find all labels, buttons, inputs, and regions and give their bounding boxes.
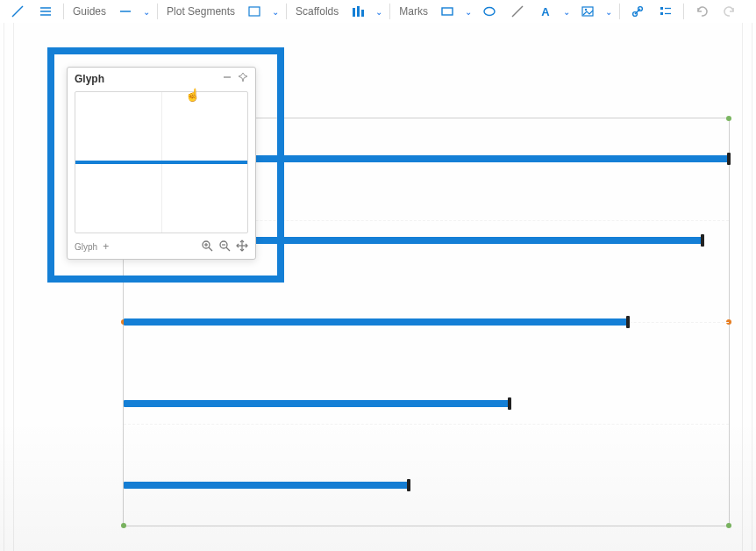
- bar-end-handle[interactable]: [508, 397, 511, 410]
- separator: [157, 4, 158, 19]
- separator: [683, 4, 684, 19]
- svg-rect-8: [361, 10, 364, 17]
- link-icon[interactable]: [624, 1, 652, 22]
- chevron-down-icon[interactable]: ⌄: [560, 7, 574, 17]
- svg-point-10: [484, 8, 495, 16]
- horizontal-guide-icon[interactable]: [111, 1, 139, 22]
- columns-icon[interactable]: [344, 1, 372, 22]
- zoom-out-icon[interactable]: [218, 240, 231, 254]
- grid-guide: [124, 424, 729, 425]
- glyph-editor[interactable]: [75, 91, 248, 233]
- glyph-panel-footer: Glyph +: [68, 237, 255, 259]
- bar-mark[interactable]: [124, 400, 510, 407]
- glyph-panel[interactable]: Glyph Glyph +: [67, 67, 256, 260]
- chevron-down-icon[interactable]: ⌄: [139, 7, 153, 17]
- legend-icon[interactable]: [652, 1, 680, 22]
- bar-end-handle[interactable]: [727, 153, 731, 165]
- undo-icon[interactable]: [688, 1, 716, 22]
- svg-rect-7: [357, 6, 360, 17]
- glyph-tab-label[interactable]: Glyph: [75, 242, 97, 252]
- glyph-panel-header[interactable]: Glyph: [68, 68, 255, 89]
- svg-rect-9: [442, 8, 453, 15]
- line-mark-icon[interactable]: [503, 1, 531, 22]
- rectangle-mark-icon[interactable]: [433, 1, 461, 22]
- grid-guide: [4, 23, 14, 551]
- bar-end-handle[interactable]: [407, 479, 410, 491]
- grid-guide: [742, 23, 752, 551]
- pan-icon[interactable]: [236, 240, 248, 254]
- chevron-down-icon[interactable]: ⌄: [268, 7, 282, 17]
- plot-segments-label: Plot Segments: [161, 5, 240, 18]
- ellipse-mark-icon[interactable]: [475, 1, 503, 22]
- bar-end-handle[interactable]: [701, 234, 704, 247]
- svg-rect-18: [660, 12, 663, 15]
- svg-line-0: [12, 6, 23, 17]
- line-icon[interactable]: [4, 1, 32, 22]
- glyph-panel-title: Glyph: [75, 73, 104, 85]
- svg-point-13: [585, 9, 587, 11]
- add-icon[interactable]: +: [103, 240, 109, 253]
- text-mark-icon[interactable]: A: [531, 1, 560, 22]
- guides-label: Guides: [68, 5, 111, 18]
- chevron-down-icon[interactable]: ⌄: [372, 7, 386, 17]
- svg-line-26: [226, 247, 230, 251]
- redo-icon[interactable]: [716, 1, 744, 22]
- svg-line-11: [512, 6, 523, 17]
- chevron-down-icon[interactable]: ⌄: [461, 7, 475, 17]
- region-icon[interactable]: [240, 1, 268, 22]
- list-icon[interactable]: [32, 1, 60, 22]
- resize-handle[interactable]: [726, 116, 731, 121]
- scaffolds-label: Scaffolds: [290, 5, 344, 18]
- svg-rect-5: [249, 7, 260, 16]
- chart-canvas[interactable]: Glyph Glyph +: [0, 23, 756, 551]
- resize-handle[interactable]: [726, 523, 731, 528]
- svg-rect-16: [660, 7, 663, 10]
- chevron-down-icon[interactable]: ⌄: [602, 7, 616, 17]
- bar-mark[interactable]: [124, 318, 628, 326]
- svg-rect-6: [353, 8, 355, 17]
- separator: [389, 4, 390, 19]
- separator: [619, 4, 620, 19]
- marks-label: Marks: [394, 5, 433, 18]
- svg-line-22: [209, 247, 212, 251]
- bar-mark[interactable]: [124, 482, 409, 489]
- main-toolbar: Guides ⌄ Plot Segments ⌄ Scaffolds ⌄ Mar…: [0, 0, 756, 24]
- glyph-mark-bar[interactable]: [75, 161, 247, 164]
- image-mark-icon[interactable]: [574, 1, 602, 22]
- bar-end-handle[interactable]: [626, 316, 630, 328]
- pin-icon[interactable]: [238, 72, 248, 85]
- separator: [63, 4, 64, 19]
- zoom-in-icon[interactable]: [201, 240, 213, 254]
- minimize-icon[interactable]: [222, 72, 232, 85]
- separator: [286, 4, 287, 19]
- resize-handle[interactable]: [121, 523, 126, 528]
